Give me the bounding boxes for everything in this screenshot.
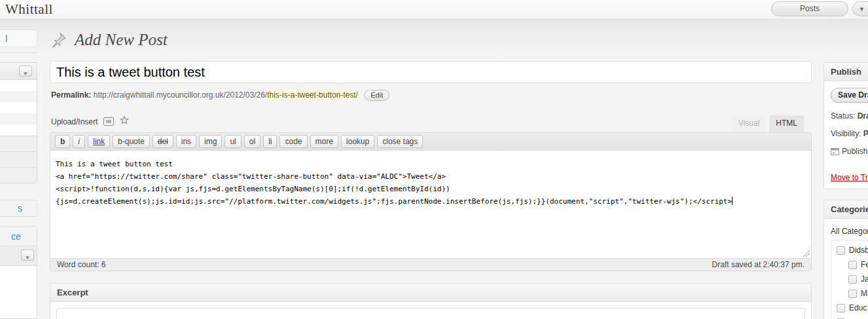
editor-status-bar: Word count: 6 Draft saved at 2:40:37 pm. (50, 258, 811, 271)
left-panel-row: ▼ (0, 246, 37, 266)
left-clipped-panel: ce ▼ (0, 226, 37, 319)
del-button[interactable]: del (153, 135, 173, 148)
left-clipped-box[interactable]: s (0, 200, 37, 217)
left-list-row[interactable] (0, 152, 37, 168)
ol-button[interactable]: ol (244, 135, 261, 148)
status-value: Draft (858, 111, 868, 121)
posts-button[interactable]: Posts (771, 1, 848, 16)
left-divider (0, 52, 37, 53)
quicktags-toolbar: b i link b-quote del ins img ul ol li co… (50, 133, 811, 151)
editor-line: {js=d.createElement(s);js.id=id;js.src="… (56, 195, 806, 208)
editor-line: This is a tweet button test (56, 158, 806, 170)
categories-panel-title: Categories (824, 200, 868, 219)
upload-insert-row: Upload/Insert (51, 116, 129, 127)
schedule-row: Publish (831, 147, 868, 157)
tab-all-categories[interactable]: All Categories (831, 225, 868, 240)
left-clipped-link-fragment: s (0, 200, 22, 214)
page-title: Add New Post (75, 31, 168, 49)
post-title-input[interactable]: This is a tweet button test (50, 61, 812, 83)
main-column: Add New Post This is a tweet button test… (50, 29, 812, 50)
permalink-slug: this-is-a-tweet-button-test/ (267, 90, 358, 100)
visibility-row: Visibility: Public (831, 129, 868, 138)
ul-button[interactable]: ul (225, 135, 241, 148)
draft-saved-status: Draft saved at 2:40:37 pm. (712, 260, 805, 269)
move-to-trash-link[interactable]: Move to Trash (831, 173, 868, 182)
upload-insert-label: Upload/Insert (51, 117, 98, 126)
code-button[interactable]: code (280, 135, 307, 148)
star-icon[interactable] (120, 116, 129, 127)
html-editor-textarea[interactable]: This is a tweet button test<a href="http… (50, 151, 811, 258)
italic-button[interactable]: i (73, 135, 85, 148)
li-button[interactable]: li (263, 135, 277, 148)
category-item: Ja (848, 274, 868, 284)
resize-grip[interactable] (803, 250, 810, 257)
dropdown-button[interactable]: ▼ (21, 250, 34, 261)
publish-panel-title: Publish (824, 63, 868, 81)
add-media-icon[interactable] (103, 117, 114, 126)
editor-tabs: Visual HTML (729, 115, 804, 133)
left-clipped-panel: ▼ (0, 62, 37, 183)
visibility-value: Public (863, 129, 868, 138)
excerpt-panel: Excerpt (50, 283, 812, 319)
ins-button[interactable]: ins (176, 135, 196, 148)
admin-topbar: Whittall Posts ▼ (0, 0, 868, 20)
category-item: Educ (837, 303, 868, 312)
chevron-down-icon: ▼ (25, 255, 30, 261)
right-sidebar: Publish Save Draft Status: Draft Visibil… (823, 62, 868, 319)
close-tags-button[interactable]: close tags (377, 135, 423, 148)
category-checkbox[interactable] (848, 290, 857, 298)
category-item: Ma (848, 289, 868, 298)
text-caret (732, 197, 732, 205)
publish-panel: Publish Save Draft Status: Draft Visibil… (823, 62, 868, 189)
pushpin-icon (50, 31, 67, 49)
left-list-row[interactable] (0, 168, 37, 183)
category-checkbox[interactable] (848, 275, 857, 284)
chevron-down-icon: ▼ (23, 71, 28, 77)
left-clipped-box[interactable]: l (0, 29, 37, 47)
permalink-row: Permalink: http://craigwhittall.mycounci… (51, 90, 389, 101)
dropdown-button[interactable]: ▼ (19, 66, 32, 77)
category-checkbox[interactable] (848, 261, 857, 269)
category-checkbox[interactable] (837, 304, 845, 312)
category-checkbox[interactable] (837, 246, 845, 255)
editor-line: <a href="https://twitter.com/share" clas… (56, 170, 806, 183)
blockquote-button[interactable]: b-quote (113, 135, 150, 148)
bold-button[interactable]: b (55, 135, 70, 148)
calendar-icon (831, 147, 839, 157)
edit-permalink-button[interactable]: Edit (364, 90, 389, 101)
left-listbox[interactable] (0, 80, 37, 136)
lookup-button[interactable]: lookup (341, 135, 374, 148)
chevron-down-icon: ▼ (859, 6, 865, 12)
editor-content: This is a tweet button test<a href="http… (50, 151, 811, 258)
left-panel-header: ▼ (0, 63, 37, 80)
site-title: Whittall (5, 1, 53, 18)
post-editor: b i link b-quote del ins img ul ol li co… (50, 132, 812, 271)
word-count: Word count: 6 (57, 260, 105, 269)
permalink-label: Permalink: (51, 90, 91, 100)
link-button[interactable]: link (88, 135, 110, 148)
tab-html[interactable]: HTML (769, 115, 804, 133)
left-list-row[interactable] (0, 136, 37, 152)
category-item: Fe (848, 260, 868, 269)
more-button[interactable]: more (310, 135, 338, 148)
excerpt-textarea[interactable] (56, 308, 805, 319)
posts-dropdown-button[interactable]: ▼ (852, 1, 868, 16)
img-button[interactable]: img (199, 135, 222, 148)
left-clipped-link-fragment: l (0, 30, 7, 44)
category-item: Didsbury (837, 246, 868, 255)
categories-panel: Categories All Categories Didsbury Fe Ja (823, 200, 868, 319)
wordpress-admin-screen: Whittall Posts ▼ l ▼ s ce ▼ Add New P (0, 0, 868, 319)
save-draft-button[interactable]: Save Draft (831, 88, 868, 103)
status-row: Status: Draft (831, 111, 868, 121)
publish-timing: Publish (842, 147, 867, 156)
category-checklist: Didsbury Fe Ja Ma (831, 240, 868, 319)
editor-line: <script>!function(d,s,id){var js,fjs=d.g… (56, 183, 806, 195)
excerpt-panel-title: Excerpt (50, 284, 811, 302)
permalink-url: http://craigwhittall.mycouncillor.org.uk… (94, 90, 267, 100)
left-clipped-link-fragment[interactable]: ce (0, 227, 37, 246)
page-heading-row: Add New Post (50, 29, 812, 50)
tab-visual[interactable]: Visual (732, 115, 766, 133)
